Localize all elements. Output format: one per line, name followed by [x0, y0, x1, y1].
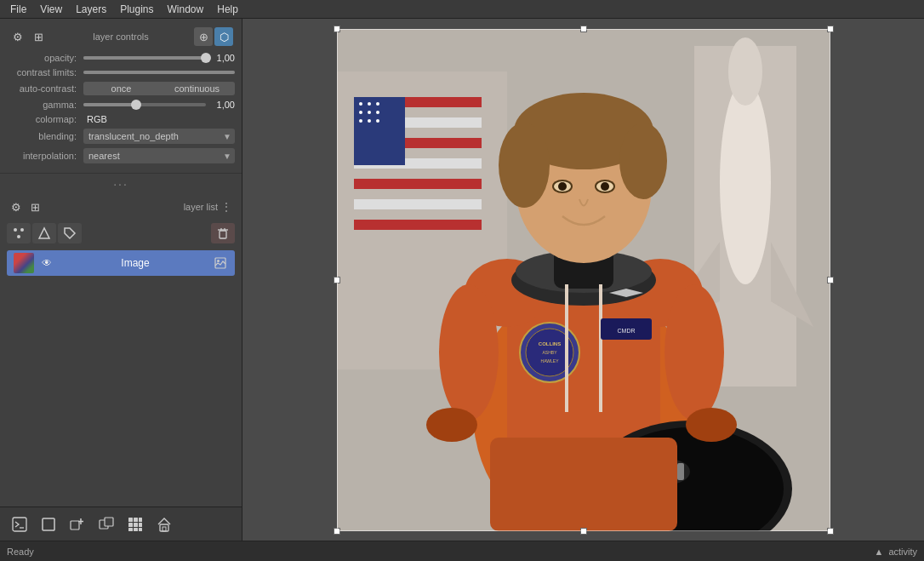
svg-rect-18	[128, 518, 133, 522]
svg-point-44	[368, 111, 371, 114]
contrast-slider[interactable]	[83, 71, 235, 74]
layer-visibility-btn[interactable]: 👁	[39, 255, 54, 271]
svg-point-69	[558, 182, 567, 191]
svg-point-46	[359, 119, 362, 123]
svg-point-86	[686, 408, 737, 442]
canvas-area[interactable]: COLLINS ASHBY HAWLEY CMDR	[242, 19, 924, 541]
menu-view[interactable]: View	[33, 2, 69, 17]
svg-point-64	[619, 123, 667, 199]
delete-layer-btn[interactable]	[211, 223, 235, 243]
gamma-row: gamma: 1,00	[7, 100, 235, 110]
menu-file[interactable]: File	[3, 2, 33, 17]
menu-layers[interactable]: Layers	[69, 2, 113, 17]
layer-item-image[interactable]: 👁 Image	[7, 250, 235, 276]
svg-point-63	[499, 123, 550, 208]
layer-list-options-icon[interactable]: ⋮	[218, 198, 235, 215]
layer-type-icon	[213, 255, 228, 271]
auto-contrast-continuous[interactable]: continuous	[159, 82, 235, 95]
interpolation-row: interpolation: nearest ▼	[7, 148, 235, 163]
points-icon	[12, 226, 26, 240]
gamma-label: gamma:	[7, 100, 83, 110]
svg-text:ASHBY: ASHBY	[542, 350, 557, 355]
svg-rect-24	[128, 528, 133, 531]
blending-select[interactable]: translucent_no_depth ▼	[83, 129, 235, 144]
layer-controls-topbar: ⚙ ⊞ layer controls ⊕ ⬡	[7, 24, 235, 49]
blending-arrow-icon: ▼	[223, 132, 231, 141]
layer-list-title: layer list	[44, 202, 218, 212]
auto-contrast-label: auto-contrast:	[7, 83, 83, 94]
menu-plugins[interactable]: Plugins	[113, 2, 160, 17]
svg-point-50	[720, 80, 771, 284]
handle-ml[interactable]	[334, 277, 340, 283]
handle-bc[interactable]	[580, 528, 587, 535]
svg-point-70	[601, 182, 609, 191]
home-icon	[157, 517, 172, 532]
svg-rect-23	[139, 523, 142, 527]
auto-contrast-once[interactable]: once	[83, 82, 159, 95]
svg-point-45	[376, 111, 379, 114]
svg-point-51	[728, 37, 762, 106]
ndim-button[interactable]: ⬡	[214, 27, 233, 46]
activity-link[interactable]: ▲ activity	[874, 547, 917, 557]
terminal-btn[interactable]	[7, 512, 32, 537]
shapes-icon	[37, 226, 51, 240]
svg-rect-38	[354, 220, 482, 230]
auto-contrast-buttons: once continuous	[83, 82, 235, 95]
home-btn[interactable]	[151, 512, 177, 537]
svg-rect-12	[43, 518, 54, 530]
svg-rect-28	[163, 527, 166, 531]
topbar-icons: ⚙ ⊞	[9, 27, 48, 46]
handle-tc[interactable]	[580, 26, 587, 32]
menu-window[interactable]: Window	[161, 2, 211, 17]
layer-list-expand-icon[interactable]: ⊞	[26, 197, 44, 216]
cube-expand-btn[interactable]	[94, 512, 119, 537]
svg-point-43	[359, 111, 362, 114]
layer-controls-section: ⚙ ⊞ layer controls ⊕ ⬡ opacity: 1,00	[0, 19, 242, 174]
handle-mr[interactable]	[827, 277, 834, 283]
svg-marker-3	[39, 228, 49, 238]
points-tool-btn[interactable]	[7, 223, 31, 243]
gamma-slider[interactable]	[83, 103, 206, 106]
svg-rect-21	[128, 523, 133, 527]
grid-btn[interactable]	[123, 512, 148, 537]
handle-tl[interactable]	[334, 26, 340, 32]
blending-row: blending: translucent_no_depth ▼	[7, 129, 235, 144]
interpolation-select[interactable]: nearest ▼	[83, 148, 235, 163]
bottom-toolbar	[0, 507, 242, 541]
menu-bar: File View Layers Plugins Window Help	[0, 0, 924, 19]
svg-rect-26	[139, 528, 142, 531]
svg-rect-25	[134, 528, 138, 531]
opacity-row: opacity: 1,00	[7, 53, 235, 63]
shapes-tool-btn[interactable]	[32, 223, 56, 243]
layer-list-settings-icon[interactable]: ⚙	[7, 197, 26, 216]
left-panel: ⚙ ⊞ layer controls ⊕ ⬡ opacity: 1,00	[0, 19, 242, 541]
opacity-slider[interactable]	[83, 56, 206, 60]
svg-point-1	[20, 228, 24, 232]
handle-bl[interactable]	[334, 528, 340, 535]
expand-icon[interactable]: ⊞	[29, 27, 48, 46]
svg-point-57	[664, 284, 724, 421]
settings-icon[interactable]: ⚙	[9, 27, 27, 46]
svg-rect-27	[160, 524, 168, 531]
handle-br[interactable]	[827, 528, 834, 535]
labels-icon	[63, 226, 77, 240]
dots-separator: ···	[0, 174, 242, 192]
handle-tr[interactable]	[827, 26, 834, 32]
menu-help[interactable]: Help	[210, 2, 245, 17]
square-btn[interactable]	[36, 512, 61, 537]
statusbar: Ready ▲ activity	[0, 541, 924, 561]
thumbnail-preview	[14, 253, 34, 273]
svg-text:COLLINS: COLLINS	[538, 341, 560, 346]
cube-expand-icon	[99, 517, 114, 532]
cube-add-btn[interactable]	[65, 512, 90, 537]
layer-name-label: Image	[58, 257, 213, 269]
labels-tool-btn[interactable]	[58, 223, 82, 243]
auto-contrast-row: auto-contrast: once continuous	[7, 82, 235, 95]
image-container: COLLINS ASHBY HAWLEY CMDR	[337, 29, 830, 531]
svg-point-9	[217, 260, 220, 262]
svg-point-41	[368, 102, 371, 106]
svg-text:HAWLEY: HAWLEY	[540, 358, 559, 364]
svg-point-85	[426, 408, 477, 442]
opacity-value: 1,00	[209, 53, 235, 63]
move-button[interactable]: ⊕	[194, 27, 213, 46]
